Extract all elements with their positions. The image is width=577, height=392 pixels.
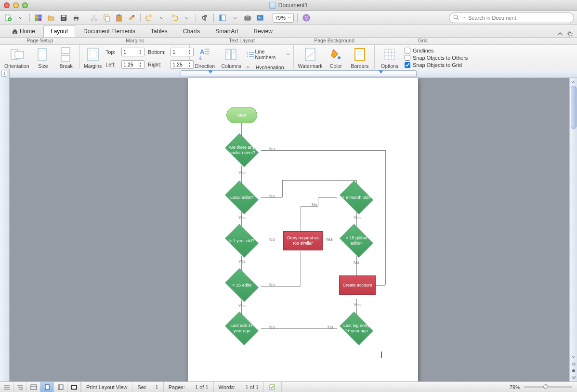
svg-text:A: A: [200, 48, 205, 55]
tab-document-elements[interactable]: Document Elements: [76, 25, 143, 37]
zoom-slider-thumb[interactable]: [543, 384, 548, 389]
watermark-button[interactable]: DRAFT Watermark: [298, 47, 323, 69]
tab-charts[interactable]: Charts: [176, 25, 207, 37]
outline-view-button[interactable]: [13, 382, 27, 392]
tab-layout[interactable]: Layout: [43, 25, 75, 37]
save-button[interactable]: [58, 13, 69, 23]
orientation-button[interactable]: Orientation: [4, 47, 30, 69]
redo-button[interactable]: [169, 13, 180, 23]
section-status[interactable]: Sec 1: [132, 382, 163, 392]
redo-dropdown[interactable]: [182, 13, 192, 23]
edge-label: Yes: [238, 215, 246, 220]
window-title-text: Document1: [278, 2, 308, 9]
svg-rect-47: [45, 385, 49, 390]
line-numbers-button[interactable]: Line Numbers: [247, 49, 289, 60]
next-page-button[interactable]: [571, 375, 577, 380]
break-button[interactable]: Break: [56, 47, 76, 69]
svg-point-18: [132, 15, 134, 17]
print-layout-view-button[interactable]: [40, 382, 54, 392]
scroll-up-button[interactable]: [571, 79, 577, 85]
search-box[interactable]: [449, 13, 574, 23]
sidebar-button[interactable]: [217, 13, 228, 23]
right-indent-marker[interactable]: [379, 70, 383, 74]
ribbon-settings-button[interactable]: [566, 30, 573, 37]
search-input[interactable]: [468, 15, 570, 21]
top-margin-input[interactable]: ▲▼: [121, 48, 144, 56]
flow-create-account: Create account: [339, 275, 376, 295]
snap-others-checkbox[interactable]: Snap Objects to Others: [405, 55, 468, 61]
open-button[interactable]: [46, 13, 56, 23]
document-page[interactable]: Start Are there any similar users? No Ye…: [188, 78, 418, 381]
toolbox-button[interactable]: [242, 13, 253, 23]
connector: [318, 197, 318, 206]
spelling-status[interactable]: [264, 382, 282, 392]
left-margin-input[interactable]: ▲▼: [121, 60, 144, 69]
view-name-status[interactable]: Print Layout View: [81, 382, 132, 392]
draft-view-button[interactable]: [0, 382, 13, 392]
collapse-ribbon-button[interactable]: [557, 30, 564, 37]
edge-label: No: [312, 202, 317, 207]
undo-button[interactable]: [144, 13, 155, 23]
scroll-track[interactable]: [571, 86, 577, 353]
browse-object-button[interactable]: [571, 368, 577, 374]
bottom-margin-label: Bottom:: [148, 49, 169, 55]
gridlines-checkbox[interactable]: Gridlines: [405, 48, 468, 53]
zoom-level-status[interactable]: 79%: [510, 384, 520, 390]
page-borders-button[interactable]: Borders: [349, 47, 370, 69]
minimize-window-button[interactable]: [13, 2, 19, 8]
zoom-value: 79%: [275, 15, 286, 21]
tab-smartart[interactable]: SmartArt: [208, 25, 245, 37]
size-button[interactable]: Size: [34, 47, 53, 69]
zoom-window-button[interactable]: [22, 2, 28, 8]
svg-point-27: [454, 15, 458, 19]
scroll-down-button[interactable]: [571, 354, 577, 360]
fullscreen-view-button[interactable]: [67, 382, 81, 392]
words-status[interactable]: Words: 1 of 1: [214, 382, 264, 392]
prev-page-button[interactable]: [571, 361, 577, 367]
new-dropdown[interactable]: [15, 13, 26, 23]
window-title: Document1: [269, 2, 308, 9]
horizontal-ruler[interactable]: [10, 69, 577, 78]
cut-button[interactable]: [89, 13, 99, 23]
search-dropdown-icon[interactable]: [462, 16, 466, 20]
svg-rect-15: [105, 16, 109, 21]
tab-home[interactable]: Home: [5, 25, 42, 37]
pages-status[interactable]: Pages: 1 of 1: [164, 382, 214, 392]
zoom-slider[interactable]: [524, 386, 572, 388]
print-button[interactable]: [71, 13, 81, 23]
close-window-button[interactable]: [4, 2, 10, 8]
copy-button[interactable]: [101, 13, 112, 23]
grid-options-button[interactable]: Options: [379, 47, 401, 69]
notebook-view-button[interactable]: [54, 382, 67, 392]
tab-review[interactable]: Review: [246, 25, 279, 37]
format-painter-button[interactable]: [126, 13, 137, 23]
columns-button[interactable]: Columns: [220, 47, 243, 69]
edge-label: No: [269, 237, 275, 242]
snap-grid-checkbox[interactable]: Snap Objects to Grid: [405, 62, 468, 68]
templates-button[interactable]: [33, 13, 44, 23]
tab-tables[interactable]: Tables: [144, 25, 175, 37]
svg-rect-17: [118, 14, 120, 16]
vertical-ruler[interactable]: ⤓: [0, 69, 10, 381]
publishing-view-button[interactable]: [27, 382, 40, 392]
direction-button[interactable]: A Direction: [194, 47, 216, 69]
vertical-scrollbar[interactable]: [569, 78, 577, 381]
svg-rect-21: [245, 16, 250, 20]
media-browser-button[interactable]: [255, 13, 265, 23]
page-color-button[interactable]: Color: [327, 47, 345, 69]
svg-rect-20: [220, 15, 222, 21]
margins-button[interactable]: Margins: [84, 47, 102, 69]
undo-dropdown[interactable]: [157, 13, 167, 23]
paste-button[interactable]: [114, 13, 124, 23]
show-formatting-button[interactable]: [199, 13, 210, 23]
svg-text:?: ?: [305, 15, 308, 21]
connector: [261, 328, 309, 329]
new-doc-button[interactable]: [3, 13, 13, 23]
zoom-combo[interactable]: 79%: [273, 13, 294, 23]
sidebar-dropdown[interactable]: [230, 13, 240, 23]
help-button[interactable]: ?: [301, 13, 312, 23]
left-indent-marker[interactable]: [208, 70, 213, 74]
svg-rect-3: [39, 15, 41, 17]
scroll-thumb[interactable]: [571, 86, 577, 129]
svg-rect-50: [72, 386, 76, 389]
